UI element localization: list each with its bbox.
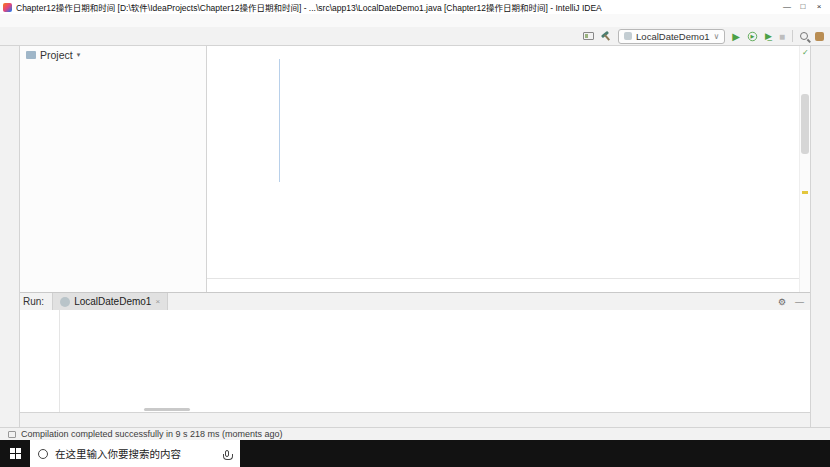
gear-icon[interactable]: ⚙ [778, 297, 786, 307]
project-structure-icon[interactable] [815, 32, 824, 41]
main-toolbar: LocalDateDemo1 ∨ ▶ ▶ ▶̲ ■ [583, 29, 824, 44]
hide-panel-icon[interactable]: — [795, 297, 804, 307]
run-tab[interactable]: LocalDateDemo1 × [52, 293, 168, 310]
editor: ✓ [207, 46, 810, 292]
windows-logo-icon [10, 448, 21, 459]
intellij-logo-icon [3, 3, 12, 12]
console-hscrollbar[interactable] [144, 408, 190, 411]
right-tool-strip [810, 46, 830, 427]
toolwindow-preview-icon[interactable] [583, 32, 594, 40]
debug-button[interactable]: ▶ [748, 31, 757, 40]
run-label: Run: [23, 296, 44, 307]
stop-button[interactable]: ■ [779, 29, 785, 44]
start-button[interactable] [0, 440, 30, 467]
system-tray [822, 440, 830, 467]
title-bar: Chapter12操作日期和时间 [D:\软件\IdeaProjects\Cha… [0, 0, 830, 14]
main-area: Project ▾ ✓ [0, 46, 830, 427]
chevron-down-icon[interactable]: ▾ [77, 51, 81, 59]
project-panel-icon [26, 51, 36, 59]
menu-bar [0, 14, 830, 27]
editor-lines[interactable] [207, 46, 810, 278]
console-toolbar [20, 310, 60, 412]
status-message: Compilation completed successfully in 9 … [21, 429, 283, 439]
search-everywhere-icon[interactable] [800, 32, 808, 40]
ide-window: Chapter12操作日期和时间 [D:\软件\IdeaProjects\Cha… [0, 0, 830, 467]
project-tree [20, 63, 206, 292]
left-tool-strip [0, 46, 20, 427]
run-button[interactable]: ▶ [732, 29, 740, 44]
run-tab-label: LocalDateDemo1 [74, 296, 151, 307]
scrollbar-thumb[interactable] [801, 94, 809, 154]
taskbar-search[interactable]: 在这里输入你要搜索的内容 [30, 440, 240, 467]
project-panel-title[interactable]: Project [40, 49, 73, 61]
search-placeholder: 在这里输入你要搜索的内容 [55, 446, 218, 461]
toolwindow-toggle-icon[interactable] [8, 431, 16, 438]
run-config-select[interactable]: LocalDateDemo1 ∨ [618, 29, 725, 44]
chevron-down-icon: ∨ [713, 32, 719, 41]
run-header-tools: ⚙ — [778, 297, 804, 307]
editor-breadcrumb [207, 278, 810, 292]
close-button[interactable]: × [811, 0, 827, 14]
window-title: Chapter12操作日期和时间 [D:\软件\IdeaProjects\Cha… [16, 1, 779, 13]
maximize-button[interactable]: □ [795, 0, 811, 14]
navigation-bar: LocalDateDemo1 ∨ ▶ ▶ ▶̲ ■ [0, 27, 830, 46]
coverage-button[interactable]: ▶̲ [765, 29, 772, 44]
microphone-icon[interactable] [225, 450, 229, 457]
tool-window-bar [20, 412, 810, 427]
windows-taskbar: 在这里输入你要搜索的内容 [0, 440, 830, 467]
indent-guide [279, 59, 280, 182]
run-body [20, 310, 810, 412]
status-bar: Compilation completed successfully in 9 … [0, 427, 830, 440]
center-column: Project ▾ ✓ [20, 46, 810, 427]
caret-stripe-mark [802, 191, 808, 194]
minimize-button[interactable]: — [779, 0, 795, 14]
build-hammer-icon[interactable] [601, 31, 611, 41]
run-config-class-icon [624, 32, 632, 40]
project-panel-header: Project ▾ [20, 46, 206, 63]
console-output[interactable] [60, 310, 810, 412]
toolbar-separator [792, 30, 793, 42]
editor-scrollbar[interactable]: ✓ [799, 46, 810, 292]
run-config-label: LocalDateDemo1 [636, 31, 709, 42]
run-tool-window: Run: LocalDateDemo1 × ⚙ — [20, 292, 810, 412]
cortana-icon [38, 449, 48, 459]
content-row: Project ▾ ✓ [20, 46, 810, 292]
run-header: Run: LocalDateDemo1 × ⚙ — [20, 293, 810, 310]
close-tab-icon[interactable]: × [155, 297, 160, 306]
project-panel: Project ▾ [20, 46, 207, 292]
class-icon [60, 297, 70, 307]
inspections-ok-icon: ✓ [802, 48, 809, 57]
